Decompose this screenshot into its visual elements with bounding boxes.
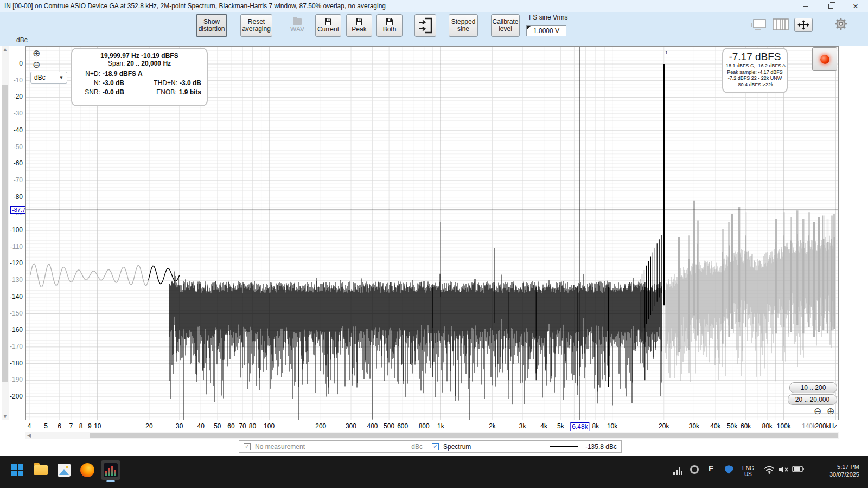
calibrate-level-button[interactable]: Calibrate level xyxy=(491,14,520,37)
language-indicator[interactable]: ENG US xyxy=(742,465,754,477)
window-title: IN [00-00] on Comtrue ASIO Device GA at … xyxy=(4,2,386,10)
spectrogram-view-icon[interactable] xyxy=(750,18,767,31)
clock[interactable]: 5:17 PM 30/07/2025 xyxy=(829,463,859,478)
x-tick-label: 7 xyxy=(69,422,73,430)
y-zoom-out-button[interactable]: ⊖ xyxy=(31,60,41,70)
move-arrows-icon xyxy=(796,20,810,30)
y-axis-unit-title: dBc xyxy=(16,36,28,44)
scroll-left-arrow[interactable]: ◀ xyxy=(25,432,33,439)
span-label: Span: xyxy=(108,60,125,67)
letter-f-icon: F xyxy=(709,464,713,473)
settings-gear-icon[interactable] xyxy=(834,17,848,31)
security-tray-icon[interactable] xyxy=(725,465,733,474)
y-tick-label: -150 xyxy=(1,310,23,317)
close-icon: × xyxy=(853,1,858,12)
show-distortion-label: Show distortion xyxy=(199,18,225,33)
minimize-button[interactable] xyxy=(793,0,818,12)
x-tick-label: 500 xyxy=(384,422,394,430)
x-tick-label: 20k xyxy=(659,422,669,430)
record-button[interactable] xyxy=(812,47,837,71)
snr-label: SNR: xyxy=(78,88,100,96)
stepped-sine-label: Stepped sine xyxy=(451,18,476,33)
show-desktop-button[interactable] xyxy=(866,456,868,488)
start-button[interactable] xyxy=(8,460,27,480)
grid-major-horizontal xyxy=(25,64,839,414)
y-tick-label: -10 xyxy=(1,76,23,84)
x-tick-label: 6 xyxy=(58,422,61,430)
wav-button[interactable]: WAV xyxy=(284,14,310,37)
battery-icon[interactable] xyxy=(792,465,804,473)
x-zoom-in-button[interactable]: ⊕ xyxy=(826,407,835,416)
span-value: 20 .. 20,000 Hz xyxy=(127,60,171,67)
y-tick-label: -50 xyxy=(1,143,23,151)
x-cursor-tick-label: 6.48k xyxy=(570,422,589,431)
calibrate-level-label: Calibrate level xyxy=(492,18,518,33)
y-tick-label: -80 xyxy=(1,193,23,201)
x-tick-label: 40 xyxy=(197,422,205,430)
fs-sine-vrms-input[interactable]: 1.0000 V xyxy=(526,25,566,36)
x-zoom-out-button[interactable]: ⊖ xyxy=(813,407,822,416)
x-tick-label: 70 xyxy=(239,422,246,430)
scroll-up-arrow[interactable]: ▲ xyxy=(2,46,9,53)
save-current-button[interactable]: Current xyxy=(315,14,341,37)
rew-app-button[interactable] xyxy=(101,460,120,480)
date: 30/07/2025 xyxy=(829,471,859,478)
y-tick-label: -110 xyxy=(1,243,23,251)
span-readout: Span: 20 .. 20,000 Hz xyxy=(78,60,201,67)
y-zoom-in-button[interactable]: ⊕ xyxy=(31,49,41,59)
horizontal-scrollbar[interactable]: ◀ xyxy=(25,432,839,439)
save-peak-button[interactable]: Peak xyxy=(346,14,372,37)
grid-major-vertical xyxy=(98,46,835,420)
firefox-button[interactable] xyxy=(78,460,97,480)
save-both-button[interactable]: Both xyxy=(376,14,403,37)
fs-sine-vrms-value: 1.0000 V xyxy=(533,27,559,35)
pan-mode-button[interactable] xyxy=(794,18,813,32)
close-button[interactable]: × xyxy=(843,0,868,12)
stepped-sine-button[interactable]: Stepped sine xyxy=(449,14,478,37)
y-tick-label: -170 xyxy=(1,343,23,350)
fs-sine-vrms-label: FS sine Vrms xyxy=(529,14,568,21)
enob-label: ENOB: xyxy=(156,88,176,96)
show-distortion-button[interactable]: Show distortion xyxy=(196,14,227,37)
range-10-200-button[interactable]: 10 .. 200 xyxy=(789,382,837,393)
x-tick-label: 300 xyxy=(346,422,356,430)
measurement-checkbox[interactable]: ✓ xyxy=(244,443,251,450)
nd-label: N+D: xyxy=(78,70,100,78)
scroll-down-arrow[interactable]: ▼ xyxy=(2,413,9,420)
file-explorer-button[interactable] xyxy=(31,460,50,480)
speaker-mute-icon[interactable] xyxy=(778,465,789,474)
thdn-value: -3.0 dB xyxy=(180,79,201,87)
level-line3: Peak sample: -4.17 dBFS xyxy=(723,69,787,76)
measurement-unit: dBc xyxy=(411,443,423,451)
bands-view-icon[interactable] xyxy=(773,18,789,31)
floppy-icon xyxy=(355,18,363,25)
y-tick-label: -180 xyxy=(1,359,23,367)
horizontal-scroll-thumb[interactable] xyxy=(90,433,838,438)
tray-app-icon[interactable] xyxy=(690,465,699,474)
spectrum-line-swatch xyxy=(550,446,578,447)
x-tick-label: 1k xyxy=(437,422,444,430)
language-line2: US xyxy=(742,471,754,477)
x-tick-label: 200kHz xyxy=(815,422,838,430)
x-tick-label: 200 xyxy=(315,422,326,430)
measurement-label: No measurement xyxy=(255,443,305,451)
spectrum-checkbox[interactable]: ✓ xyxy=(432,443,439,450)
tray-f-app-icon[interactable]: F xyxy=(709,464,713,473)
minimize-icon xyxy=(803,6,808,7)
taskbar: F ENG US 5:17 PM 30/07/2025 xyxy=(0,456,868,488)
y-tick-label: -100 xyxy=(1,226,23,234)
reset-averaging-button[interactable]: Reset averaging xyxy=(240,14,272,37)
x-tick-label: 30 xyxy=(176,422,183,430)
input-level-box: -7.17 dBFS -18.1 dBFS C, -16.2 dBFS A Pe… xyxy=(722,48,788,93)
range-20-20000-button[interactable]: 20 .. 20,000 xyxy=(788,394,837,405)
restore-button[interactable] xyxy=(818,0,843,12)
photos-app-button[interactable] xyxy=(54,460,74,480)
lowfreq-trace-black xyxy=(149,266,180,284)
y-tick-label: -120 xyxy=(1,259,23,267)
y-tick-label: -30 xyxy=(1,110,23,117)
wifi-icon[interactable] xyxy=(764,465,775,474)
x-tick-label: 10 xyxy=(94,422,101,430)
transfer-button[interactable] xyxy=(414,14,436,37)
unit-selector-dropdown[interactable]: dBc ▼ xyxy=(30,72,67,84)
activity-graph-icon[interactable] xyxy=(673,467,682,476)
